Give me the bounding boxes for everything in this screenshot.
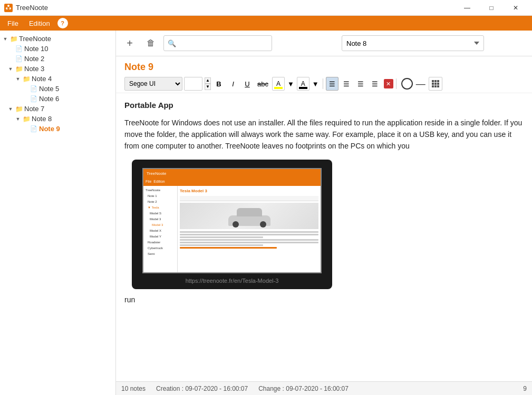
- format-toolbar: Segoe UI 12 ▲ ▼ B I U abc A ▼ A ▼ ☰: [116, 75, 532, 93]
- editor-text[interactable]: TreeNoote for Windows does not use an in…: [124, 117, 524, 152]
- search-icon: 🔍: [168, 39, 176, 47]
- note-icon: 📄: [15, 55, 23, 63]
- menu-edition[interactable]: Edition: [24, 17, 55, 29]
- svg-point-0: [7, 5, 9, 7]
- menu-help[interactable]: ?: [57, 18, 68, 28]
- tree-toggle: [7, 46, 14, 52]
- note-count: 10 notes: [121, 385, 146, 392]
- folder-icon: 📁: [10, 35, 17, 43]
- status-number: 9: [523, 385, 527, 392]
- tree-label: Note 9: [39, 125, 60, 133]
- tree-icon: [5, 5, 12, 11]
- sidebar-item-note8[interactable]: ▼ 📁 Note 8: [0, 114, 115, 124]
- sidebar: ▼ 📁 TreeNoote 📄 Note 10 📄 Note 2 ▼ 📁 Not…: [0, 31, 116, 395]
- list-format-group: —: [401, 77, 442, 91]
- table-grid-icon: [432, 80, 439, 87]
- folder-icon: 📁: [23, 75, 30, 83]
- tree-toggle[interactable]: ▼: [7, 106, 14, 112]
- note-icon: 📄: [15, 45, 23, 53]
- align-left-button[interactable]: ☰: [326, 77, 338, 91]
- dropdown-arrow-font-color[interactable]: ▼: [311, 77, 320, 91]
- align-justify-button[interactable]: ☰: [369, 77, 381, 91]
- font-size-input[interactable]: 12: [184, 77, 202, 91]
- underline-button[interactable]: U: [241, 77, 254, 91]
- highlight-indicator: [274, 87, 283, 89]
- font-size-up[interactable]: ▲: [205, 77, 211, 84]
- divider-2: [396, 78, 396, 89]
- highlight-color-button[interactable]: A: [272, 77, 285, 91]
- screenshot-container: TreeNoote File Edition TreeNoote Note 1 …: [132, 160, 332, 289]
- font-size-down[interactable]: ▼: [205, 84, 211, 90]
- title-bar-left: TreeNoote: [4, 4, 48, 12]
- title-bar-controls: — □ ✕: [455, 0, 528, 16]
- tree-label: Note 8: [32, 115, 52, 123]
- sidebar-item-note7[interactable]: ▼ 📁 Note 7: [0, 104, 115, 114]
- maximize-button[interactable]: □: [479, 0, 504, 16]
- font-color-button[interactable]: A: [297, 77, 309, 91]
- align-right-button[interactable]: ☰: [354, 77, 367, 91]
- note-selector[interactable]: Note 8: [342, 35, 484, 51]
- minimize-button[interactable]: —: [455, 0, 479, 16]
- align-center-button[interactable]: ☰: [340, 77, 353, 91]
- tree-toggle[interactable]: ▼: [7, 66, 14, 72]
- divider-1: [323, 78, 323, 89]
- sidebar-item-note2[interactable]: 📄 Note 2: [0, 54, 115, 64]
- sidebar-item-note4[interactable]: ▼ 📁 Note 4: [0, 74, 115, 84]
- font-selector[interactable]: Segoe UI: [124, 77, 182, 91]
- note-icon: 📄: [30, 95, 37, 103]
- font-size-arrows: ▲ ▼: [205, 77, 211, 90]
- toolbar: + 🗑 🔍 Note 8: [116, 31, 532, 56]
- highlight-icon: A: [276, 80, 280, 87]
- dropdown-arrow-highlight[interactable]: ▼: [286, 77, 295, 91]
- sidebar-item-note6[interactable]: 📄 Note 6: [0, 94, 115, 104]
- creation-date: Creation : 09-07-2020 - 16:00:07: [156, 385, 248, 392]
- tree-toggle: [22, 126, 28, 132]
- sidebar-item-note10[interactable]: 📄 Note 10: [0, 44, 115, 54]
- tree-label: Note 6: [39, 95, 59, 103]
- italic-button[interactable]: I: [227, 77, 239, 91]
- screenshot-image: TreeNoote File Edition TreeNoote Note 1 …: [142, 168, 322, 273]
- note-icon: 📄: [30, 125, 37, 133]
- note-title-bar: Note 9: [116, 56, 532, 75]
- strikethrough-button[interactable]: abc: [255, 77, 270, 91]
- tree-toggle[interactable]: ▼: [15, 76, 21, 82]
- note-icon: 📄: [30, 85, 37, 93]
- close-button[interactable]: ✕: [504, 0, 528, 16]
- app-title: TreeNoote: [16, 4, 48, 12]
- bullet-circle-button[interactable]: [401, 78, 413, 90]
- tree-toggle: [22, 96, 28, 102]
- table-button[interactable]: [429, 77, 442, 91]
- status-bar: 10 notes Creation : 09-07-2020 - 16:00:0…: [116, 381, 532, 395]
- menu-bar: File Edition ?: [0, 16, 532, 31]
- dash-button[interactable]: —: [414, 77, 428, 91]
- search-input[interactable]: [163, 35, 272, 51]
- change-date: Change : 09-07-2020 - 16:00:07: [258, 385, 349, 392]
- font-color-icon: A: [301, 80, 305, 87]
- menu-file[interactable]: File: [2, 17, 24, 29]
- portable-heading: Portable App: [124, 100, 524, 112]
- tree-label: Note 3: [24, 65, 44, 73]
- tree-toggle: [7, 56, 14, 62]
- delete-note-button[interactable]: 🗑: [142, 35, 159, 52]
- add-note-button[interactable]: +: [121, 35, 138, 52]
- run-text: run: [124, 295, 135, 304]
- note-title: Note 9: [124, 62, 153, 72]
- tree-toggle[interactable]: ▼: [15, 116, 21, 122]
- sidebar-item-note5[interactable]: 📄 Note 5: [0, 84, 115, 94]
- tree-label: Note 10: [24, 45, 49, 53]
- sidebar-item-note3[interactable]: ▼ 📁 Note 3: [0, 64, 115, 74]
- main-layout: ▼ 📁 TreeNoote 📄 Note 10 📄 Note 2 ▼ 📁 Not…: [0, 31, 532, 395]
- editor-area[interactable]: Portable App TreeNoote for Windows does …: [116, 93, 532, 381]
- content-area: + 🗑 🔍 Note 8 Note 9 Segoe UI 12 ▲ ▼ B: [116, 31, 532, 395]
- app-icon: [4, 4, 13, 12]
- close-format-button[interactable]: ✕: [384, 79, 393, 88]
- tree-toggle[interactable]: ▼: [2, 36, 8, 42]
- tree-label: Note 4: [32, 75, 52, 83]
- bold-button[interactable]: B: [212, 77, 225, 91]
- folder-icon: 📁: [23, 115, 30, 123]
- sidebar-item-note9[interactable]: 📄 Note 9: [0, 124, 115, 134]
- sidebar-item-treenoote[interactable]: ▼ 📁 TreeNoote: [0, 34, 115, 44]
- folder-icon: 📁: [15, 105, 23, 113]
- font-color-indicator: [299, 87, 307, 89]
- tree-label: Note 7: [24, 105, 44, 113]
